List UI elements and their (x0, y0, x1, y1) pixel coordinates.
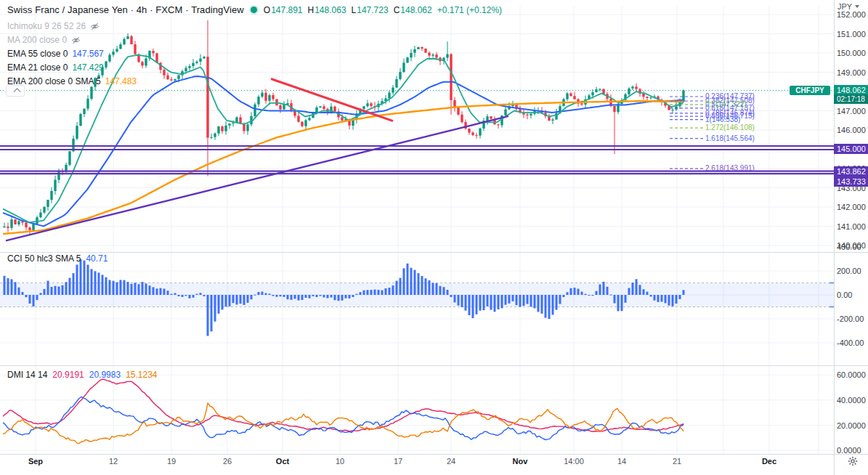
legend-label: EMA 55 close 0 (7, 49, 68, 59)
legend-row-ichimoku[interactable]: Ichimoku 9 26 52 26 (7, 20, 100, 32)
dmi-minusDI-line[interactable] (3, 403, 684, 444)
level-badge-145: 145.000 (834, 144, 868, 154)
ema-200-line[interactable] (3, 101, 684, 234)
high-label: H (308, 5, 315, 15)
legend-value: 147.429 (72, 62, 103, 73)
cci-pane-legend[interactable]: CCI 50 hlc3 SMA 5 40.71 (7, 253, 108, 264)
adx-value: 20.9191 (52, 370, 84, 380)
tradingview-chart-window: Swiss Franc / Japanese Yen · 4h · FXCM ·… (0, 0, 868, 475)
cci-value: 40.71 (86, 253, 108, 264)
legend-row-ema200[interactable]: EMA 200 close 0 SMA 5 147.483 (7, 76, 137, 87)
open-label: O (264, 5, 270, 15)
legend-value: 147.567 (72, 49, 103, 59)
plus-di-value: 20.9983 (89, 370, 121, 380)
chevron-up-icon (13, 88, 20, 95)
low-value: 147.723 (357, 5, 388, 15)
eye-off-icon[interactable] (90, 22, 100, 31)
dmi-label: DMI 14 14 (7, 370, 47, 380)
legend-row-ema21[interactable]: EMA 21 close 0 147.429 (7, 62, 104, 73)
cci-label: CCI 50 hlc3 SMA 5 (7, 253, 81, 264)
red-trendline[interactable] (271, 79, 393, 121)
legend-label: Ichimoku 9 26 52 26 (7, 21, 86, 31)
legend-label: MA 200 close 0 (7, 35, 67, 45)
low-label: L (352, 5, 357, 15)
collapse-legend-button[interactable] (6, 85, 25, 97)
symbol-title[interactable]: Swiss Franc / Japanese Yen · 4h · FXCM ·… (7, 4, 244, 15)
legend-row-ma200[interactable]: MA 200 close 0 (7, 34, 81, 46)
chart-canvas[interactable] (0, 0, 868, 475)
market-status-icon[interactable] (251, 7, 257, 13)
close-value: 148.062 (400, 5, 431, 15)
bar-countdown-badge: 02:17:18 (834, 94, 868, 104)
legend-value: 147.483 (105, 76, 137, 86)
open-value: 147.891 (271, 5, 302, 15)
minus-di-value: 15.1234 (126, 370, 157, 380)
time-axis-settings-gear-icon[interactable] (848, 456, 858, 466)
change-value: +0.171 (+0.12%) (437, 5, 502, 15)
legend-label: EMA 21 close 0 (7, 62, 68, 73)
eye-off-icon[interactable] (71, 36, 81, 45)
chart-header: Swiss Franc / Japanese Yen · 4h · FXCM ·… (7, 4, 502, 15)
purple-trendline[interactable] (6, 116, 508, 240)
level-badge-143862: 143.862 (834, 166, 868, 176)
level-badge-143733: 143.733 (834, 176, 868, 187)
close-label: C (394, 5, 400, 15)
symbol-price-label: CHFJPY (790, 86, 830, 95)
ohlc-values: O147.891 H148.063 L147.723 C148.062 +0.1… (264, 5, 502, 15)
price-axis-currency-menu[interactable]: JPY (837, 2, 859, 11)
chevron-down-icon (855, 5, 859, 8)
dmi-ADX-line[interactable] (3, 379, 684, 431)
high-value: 148.063 (315, 5, 346, 15)
dmi-pane-legend[interactable]: DMI 14 14 20.9191 20.9983 15.1234 (7, 370, 158, 380)
currency-label: JPY (837, 2, 852, 11)
last-price-badge: 148.062 (834, 85, 868, 94)
legend-row-ema55[interactable]: EMA 55 close 0 147.567 (7, 48, 104, 60)
